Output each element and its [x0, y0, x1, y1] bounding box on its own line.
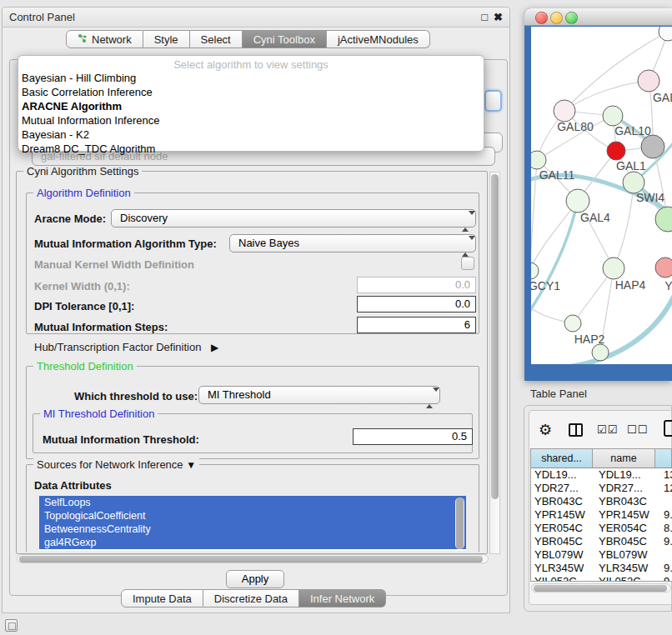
table-row[interactable]: YBR043CYBR043C: [531, 495, 672, 508]
kernel-width-label: Kernel Width (0,1):: [34, 280, 130, 292]
algorithm-definition-title: Algorithm Definition: [33, 187, 134, 199]
table-row[interactable]: YLR345WYLR345W9.: [531, 562, 672, 575]
settings-vertical-scrollbar[interactable]: [489, 172, 500, 554]
network-node[interactable]: [655, 207, 672, 232]
mi-steps-field[interactable]: 6: [357, 317, 476, 333]
minimize-traffic-icon[interactable]: [550, 12, 563, 24]
network-node-label: Y: [664, 279, 672, 292]
column-selector-icon[interactable]: [569, 423, 583, 437]
network-canvas[interactable]: GALGAL80GAL10GAL1GAL11SWI4GAL4GCY1HAP4YH…: [531, 27, 672, 364]
algorithm-option[interactable]: Bayesian - Hill Climbing: [18, 71, 484, 85]
cyni-bottom-tabbar: Impute DataDiscretize DataInfer Network: [121, 589, 386, 608]
algorithm-option[interactable]: Mutual Information Inference: [18, 113, 484, 128]
table-settings-gear-icon[interactable]: ⚙: [539, 421, 552, 439]
table-horizontal-scrollbar[interactable]: [531, 583, 671, 592]
kernel-width-field[interactable]: 0.0: [357, 277, 476, 293]
hub-definition-toggle[interactable]: Hub/Transcription Factor Definition ▶: [34, 341, 218, 353]
tab-style[interactable]: Style: [143, 30, 190, 48]
data-attribute-item[interactable]: BetweennessCentrality: [39, 522, 466, 536]
apply-button[interactable]: Apply: [226, 570, 284, 588]
close-window-icon[interactable]: ✖: [494, 11, 503, 23]
table-row[interactable]: YBR045CYBR045C9.: [531, 535, 672, 548]
column-header-partial[interactable]: [655, 449, 672, 468]
network-node-gal4[interactable]: [566, 189, 589, 212]
deselect-all-columns-icon[interactable]: ☐☐: [627, 423, 648, 436]
table-cell: YDR27...: [595, 482, 660, 495]
network-node-hap4[interactable]: [603, 258, 624, 279]
mi-algorithm-type-combo[interactable]: Naive Bayes: [229, 234, 476, 252]
table-cell: YIL052C: [595, 575, 660, 582]
network-node[interactable]: [659, 27, 672, 41]
data-attribute-item[interactable]: TopologicalCoefficient: [39, 509, 466, 522]
inference-algorithm-combo-stepper[interactable]: [484, 90, 502, 112]
network-node-hap2[interactable]: [564, 315, 581, 332]
algorithm-popup-placeholder: Select algorithm to view settings: [18, 58, 484, 71]
data-attributes-list[interactable]: SelfLoopsTopologicalCoefficientBetweenne…: [39, 496, 466, 551]
tab-cyni-toolbox[interactable]: Cyni Toolbox: [243, 30, 327, 48]
table-row[interactable]: YER054CYER054C8.: [531, 522, 672, 535]
table-cell: YIL052C: [531, 575, 595, 582]
network-node-gal[interactable]: [638, 70, 659, 92]
table-row[interactable]: YIL052CYIL052C9: [531, 575, 672, 582]
table-cell: 9: [660, 575, 672, 582]
tab-label: Discretize Data: [214, 592, 288, 605]
panel-grip-icon[interactable]: [5, 619, 18, 632]
select-all-columns-icon[interactable]: ☑☑: [597, 423, 618, 436]
mi-threshold-field[interactable]: 0.5: [353, 428, 473, 445]
aracne-mode-combo[interactable]: Discovery: [111, 209, 476, 228]
close-traffic-icon[interactable]: [535, 12, 548, 24]
tab-jactivemnodules[interactable]: jActiveMNodules: [327, 30, 430, 48]
table-cell: YPR145W: [531, 508, 595, 522]
table-row[interactable]: YPR145WYPR145W9.: [531, 508, 672, 522]
data-attribute-item[interactable]: gal4RGexp: [39, 536, 466, 549]
float-window-icon[interactable]: □: [481, 11, 488, 23]
list-scrollbar[interactable]: [455, 498, 464, 549]
tab-infer-network[interactable]: Infer Network: [299, 589, 386, 608]
tab-label: jActiveMNodules: [338, 33, 419, 46]
column-header-shared-name[interactable]: shared...: [531, 449, 593, 468]
which-threshold-combo[interactable]: MI Threshold: [198, 386, 440, 404]
table-row[interactable]: YDL19...YDL19...13: [531, 468, 672, 482]
network-node-gal80[interactable]: [554, 100, 575, 122]
tab-label: Cyni Toolbox: [253, 33, 315, 46]
network-node-gal11[interactable]: [531, 151, 546, 169]
network-node-label: HAP4: [615, 278, 646, 292]
network-node[interactable]: [592, 344, 609, 361]
network-node-label: GAL: [653, 91, 672, 104]
manual-kernel-width-checkbox[interactable]: [461, 257, 474, 270]
table-row[interactable]: YDR27...YDR27...12: [531, 482, 672, 495]
combo-stepper-icon: [462, 238, 469, 255]
table-header-row: shared... name: [531, 449, 672, 468]
algorithm-option[interactable]: Dream8 DC_TDC Algorithm: [18, 142, 484, 156]
table-cell: [660, 548, 672, 562]
expanded-arrow-icon[interactable]: ▼: [186, 459, 196, 471]
network-node-label: GAL11: [539, 168, 575, 182]
dpi-tolerance-field[interactable]: 0.0: [357, 296, 476, 312]
network-node-gal10[interactable]: [603, 106, 623, 126]
sources-title: Sources for Network Inference ▼: [33, 458, 199, 471]
data-attribute-item[interactable]: SelfLoops: [39, 496, 466, 509]
network-node-gcy1[interactable]: [531, 262, 539, 279]
tab-label: Infer Network: [310, 592, 374, 605]
network-node-gal1[interactable]: [607, 142, 625, 160]
algorithm-option[interactable]: Basic Correlation Inference: [18, 85, 484, 99]
settings-horizontal-scrollbar[interactable]: [17, 554, 489, 563]
tab-label: Impute Data: [133, 592, 192, 605]
column-header-name[interactable]: name: [593, 449, 655, 468]
algorithm-option[interactable]: ARACNE Algorithm: [18, 99, 484, 113]
table-cell: 9.: [660, 562, 672, 575]
table-cell: YDR27...: [531, 482, 595, 495]
algorithm-option[interactable]: Bayesian - K2: [18, 128, 484, 142]
tab-network[interactable]: Network: [66, 30, 143, 48]
tab-discretize-data[interactable]: Discretize Data: [203, 589, 299, 608]
zoom-traffic-icon[interactable]: [565, 12, 578, 24]
table-function-icon[interactable]: [664, 420, 672, 437]
table-row[interactable]: YBL079WYBL079W: [531, 548, 672, 562]
cyni-algorithm-settings-title: Cyni Algorithm Settings: [23, 165, 142, 178]
network-view-window[interactable]: GALGAL80GAL10GAL1GAL11SWI4GAL4GCY1HAP4YH…: [524, 8, 672, 381]
tab-impute-data[interactable]: Impute Data: [121, 589, 203, 608]
network-window-titlebar: [524, 8, 672, 26]
network-node-y[interactable]: [655, 258, 672, 278]
network-node[interactable]: [641, 135, 664, 158]
tab-select[interactable]: Select: [190, 30, 243, 48]
